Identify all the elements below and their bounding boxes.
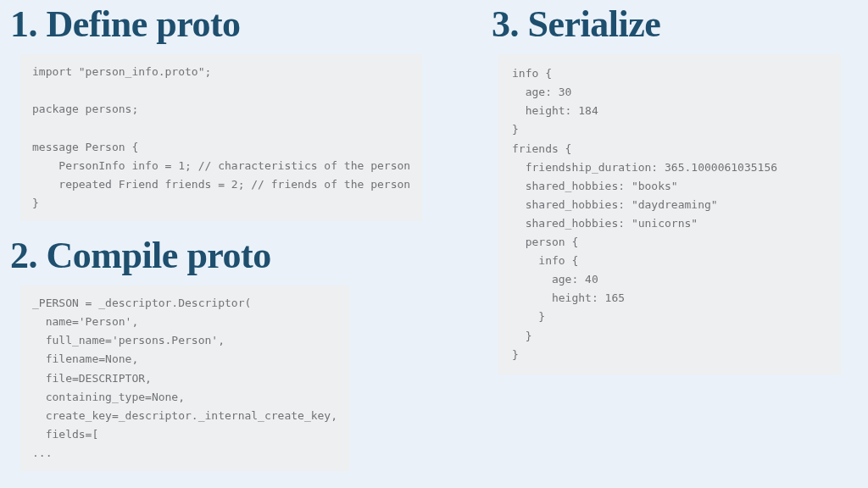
define-proto-code: import "person_info.proto"; package pers…: [20, 54, 422, 221]
serialize-code: info { age: 30 height: 184 } friends { f…: [498, 54, 841, 374]
step3-heading: 3. Serialize: [492, 5, 848, 44]
step1-heading: 1. Define proto: [10, 5, 468, 44]
left-column: 1. Define proto import "person_info.prot…: [10, 0, 468, 481]
step2-heading: 2. Compile proto: [10, 236, 468, 275]
compile-proto-code: _PERSON = _descriptor.Descriptor( name='…: [20, 286, 349, 471]
right-column: 3. Serialize info { age: 30 height: 184 …: [492, 0, 848, 385]
